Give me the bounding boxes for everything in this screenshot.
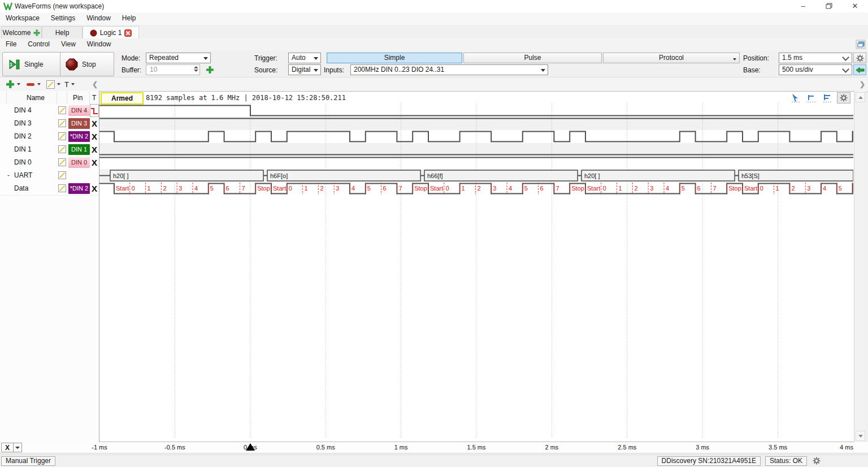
channel-name-label: DIN 4 xyxy=(14,106,32,114)
pin-badge[interactable]: DIN 4 xyxy=(68,105,90,116)
stop-button[interactable]: Stop xyxy=(60,52,114,76)
pin-badge[interactable]: *DIN 2 xyxy=(68,183,90,194)
time-tick-label: -0.5 ms xyxy=(158,444,192,451)
scroll-left-icon[interactable]: ❮ xyxy=(92,80,98,88)
add-buffer-button[interactable] xyxy=(203,64,216,75)
svg-text:4: 4 xyxy=(823,185,826,192)
settings-gear-button[interactable] xyxy=(813,457,821,466)
simple-trigger-button[interactable]: Simple xyxy=(327,53,462,63)
plus-icon xyxy=(6,80,15,89)
svg-text:6: 6 xyxy=(226,185,229,192)
add-channel-button[interactable] xyxy=(5,79,21,89)
base-combo[interactable]: 500 us/div xyxy=(779,64,852,75)
trigger-condition-cell[interactable]: X xyxy=(90,182,99,195)
mode-select[interactable]: Repeated xyxy=(146,53,211,63)
channel-note-button[interactable] xyxy=(58,145,66,155)
base-value: 500 us/div xyxy=(782,66,813,73)
channel-row-din-1[interactable]: DIN 1DIN 1X xyxy=(0,143,99,157)
scroll-right-icon[interactable]: ❯ xyxy=(860,80,865,88)
instrument-menu-item-window[interactable]: Window xyxy=(81,38,117,51)
pulse-trigger-button[interactable]: Pulse xyxy=(463,53,602,63)
pin-badge[interactable]: *DIN 2 xyxy=(68,131,90,142)
channel-row-din-0[interactable]: DIN 0DIN 0X xyxy=(0,156,99,170)
trigger-column-header: T xyxy=(92,94,96,102)
protocol-trigger-button[interactable]: Protocol xyxy=(603,53,740,63)
trigger-condition-cell[interactable]: X xyxy=(90,156,99,169)
channel-row-din-2[interactable]: DIN 2*DIN 2X xyxy=(0,130,99,144)
scroll-up-icon[interactable] xyxy=(856,92,865,102)
trigger-select[interactable]: Auto xyxy=(288,53,321,63)
svg-text:7: 7 xyxy=(713,185,716,192)
scroll-down-icon[interactable] xyxy=(856,431,865,441)
x-cursor-tool-icon[interactable] xyxy=(805,93,818,103)
close-tab-icon[interactable] xyxy=(124,29,132,37)
instrument-menu-item-view[interactable]: View xyxy=(55,38,81,51)
svg-text:7: 7 xyxy=(241,185,245,192)
instrument-menu-item-file[interactable]: File xyxy=(0,38,22,51)
source-select[interactable]: Digital xyxy=(288,64,321,75)
restore-icon[interactable] xyxy=(816,0,842,12)
pin-badge[interactable]: DIN 0 xyxy=(68,157,90,168)
position-combo[interactable]: 1.5 ms xyxy=(779,53,852,63)
svg-text:4: 4 xyxy=(351,185,355,192)
minimize-icon[interactable]: – xyxy=(790,0,816,12)
close-icon[interactable]: ✕ xyxy=(842,0,868,12)
trigger-column-button[interactable]: T xyxy=(63,79,76,89)
collapse-marker[interactable]: - xyxy=(7,171,10,179)
tab-help[interactable]: Help xyxy=(42,26,83,39)
vertical-scrollbar[interactable] xyxy=(854,91,865,442)
channel-row-uart[interactable]: -UART xyxy=(0,169,99,183)
menu-item-workspace[interactable]: Workspace xyxy=(0,12,45,25)
trigger-condition-cell[interactable]: X xyxy=(90,130,99,143)
pin-badge[interactable]: DIN 3 xyxy=(68,118,90,129)
trigger-condition-cell[interactable]: X xyxy=(90,143,99,156)
channel-note-button[interactable] xyxy=(58,158,66,168)
svg-text:5: 5 xyxy=(524,185,528,192)
trigger-condition-cell[interactable] xyxy=(90,104,99,117)
source-value: Digital xyxy=(292,66,310,73)
svg-text:1: 1 xyxy=(776,185,779,192)
channel-header: Name Pin T xyxy=(0,92,99,105)
buffer-spinner[interactable]: 10 xyxy=(146,64,200,75)
menu-item-settings[interactable]: Settings xyxy=(45,12,81,25)
edit-channel-button[interactable] xyxy=(45,79,62,89)
manual-trigger-button[interactable]: Manual Trigger xyxy=(1,456,55,466)
plot-options-button[interactable] xyxy=(837,92,850,103)
pin-badge[interactable]: DIN 1 xyxy=(68,144,90,155)
zoom-back-button[interactable] xyxy=(853,64,866,75)
channel-note-button[interactable] xyxy=(58,132,66,142)
waveform-plot[interactable]: h20[ ]h6F[o]h66[f]h20[ ]h53[S]Start01234… xyxy=(99,91,854,442)
device-status-button[interactable]: Status: OK xyxy=(765,456,807,466)
falling-edge-icon xyxy=(90,106,98,115)
trigger-condition-cell[interactable]: X xyxy=(90,117,99,130)
instrument-menu-item-control[interactable]: Control xyxy=(22,38,55,51)
menu-item-help[interactable]: Help xyxy=(116,12,142,25)
remove-channel-button[interactable] xyxy=(25,79,42,89)
svg-text:Stop: Stop xyxy=(571,185,584,192)
channel-note-button[interactable] xyxy=(58,106,66,116)
tab-logic-1[interactable]: Logic 1 xyxy=(83,26,139,40)
channel-note-button[interactable] xyxy=(58,119,66,129)
channel-note-button[interactable] xyxy=(58,184,66,194)
channel-row-din-4[interactable]: DIN 4DIN 4 xyxy=(0,104,99,118)
trigger-condition-cell[interactable] xyxy=(90,169,99,182)
menu-item-window[interactable]: Window xyxy=(81,12,116,25)
inputs-select[interactable]: 200MHz DIN 0..23 DIO 24..31 xyxy=(350,64,548,75)
x-axis-button[interactable]: X xyxy=(1,443,22,452)
device-serial-button[interactable]: DDiscovery SN:210321A4951E xyxy=(657,456,761,466)
svg-text:6: 6 xyxy=(697,185,701,192)
chevron-down-icon xyxy=(733,58,736,60)
svg-text:3: 3 xyxy=(650,185,653,192)
tab-welcome[interactable]: Welcome xyxy=(1,26,42,39)
pointer-tool-icon[interactable] xyxy=(789,93,802,103)
title-bar: WaveForms (new workspace) – ✕ xyxy=(0,0,868,13)
position-options-button[interactable] xyxy=(853,53,866,63)
channel-row-data[interactable]: Data*DIN 2X xyxy=(0,182,99,196)
xy-cursor-tool-icon[interactable] xyxy=(821,93,834,103)
single-button[interactable]: 1 Single xyxy=(2,52,62,76)
buffer-value: 10 xyxy=(150,66,157,73)
channel-row-din-3[interactable]: DIN 3DIN 3X xyxy=(0,117,99,131)
undock-icon[interactable] xyxy=(856,40,866,51)
record-icon xyxy=(90,29,97,37)
channel-note-button[interactable] xyxy=(58,171,66,181)
